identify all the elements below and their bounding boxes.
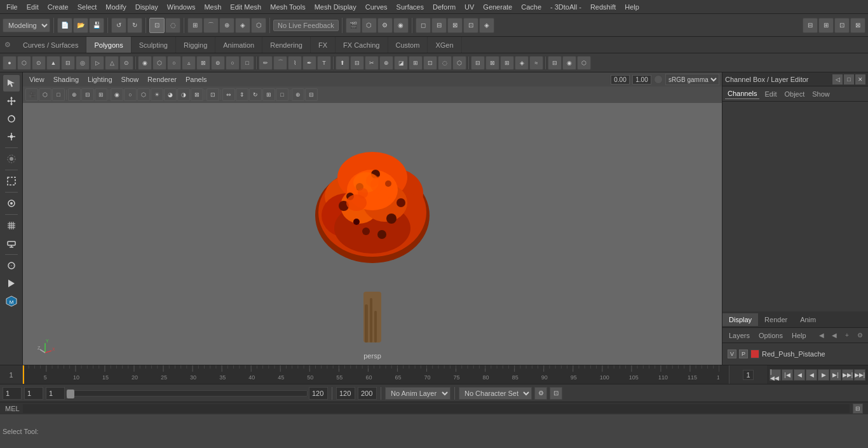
panel-resize-btn[interactable]: ◁ [832,74,843,85]
layout-btn1[interactable]: ⊟ [803,18,818,33]
vpt-sequence-btn[interactable]: ⊟ [305,88,318,101]
tab-settings-icon[interactable]: ⚙ [0,37,15,53]
vpt-pan-btn[interactable]: ⇔ [222,88,235,101]
render-seq-btn[interactable]: ⬡ [362,18,377,33]
menu-mesh-tools[interactable]: Mesh Tools [266,2,309,12]
open-scene-btn[interactable]: 📂 [73,18,88,33]
menu-cache[interactable]: Cache [517,2,545,12]
cylinder-btn[interactable]: ⊙ [32,56,46,70]
menu-create[interactable]: Create [44,2,72,12]
vp-lighting-menu[interactable]: Lighting [84,74,116,85]
plane-btn[interactable]: ⊟ [61,56,75,70]
snap-curve-btn[interactable]: ⌒ [203,18,219,33]
cluster-btn[interactable]: ◈ [515,56,529,70]
ch-tab-channels[interactable]: Channels [725,88,759,99]
vpt-orbit-btn[interactable]: ↻ [249,88,262,101]
vpt-shading-btn[interactable]: ◉ [111,88,123,101]
menu-redshift[interactable]: Redshift [587,2,620,12]
save-scene-btn[interactable]: 💾 [89,18,104,33]
select-btn[interactable]: ⊡ [149,18,165,33]
vp-shading-menu[interactable]: Shading [50,74,83,85]
status-frame-field2[interactable]: 1 [24,387,43,400]
vp-show-menu[interactable]: Show [118,74,143,85]
render-btn[interactable]: 🎬 [346,18,361,33]
layers-menu-help[interactable]: Help [788,330,810,341]
char-set-selector[interactable]: No Character Set [459,387,532,400]
ch-tab-object[interactable]: Object [782,89,807,99]
viewport-inner[interactable]: View Shading Lighting Show Renderer Pane… [23,72,722,365]
vp-renderer-menu[interactable]: Renderer [144,74,180,85]
anim-start-field[interactable]: 120 [336,387,355,400]
ep-curve-btn[interactable]: ⌒ [273,56,287,70]
cone-btn[interactable]: ▲ [46,56,60,70]
status-frame-field1[interactable]: 1 [3,387,22,400]
snap-surface-btn[interactable]: ⬡ [251,18,266,33]
sculpt-btn[interactable] [3,195,20,212]
lasso-select-btn[interactable]: ◌ [165,18,180,33]
panel-close-btn[interactable]: ✕ [855,74,865,85]
layout-btn3[interactable]: ⊡ [834,18,850,33]
render-view-btn[interactable] [3,275,20,292]
sphere-btn[interactable]: ● [3,56,17,70]
layout-btn4[interactable]: ⊠ [850,18,865,33]
menu-help[interactable]: Help [621,2,643,12]
menu-edit-mesh[interactable]: Edit Mesh [226,2,265,12]
vpt-aa-btn[interactable]: ⊠ [191,88,203,101]
show-hide-btn[interactable]: ◻ [416,18,431,33]
menu-deform[interactable]: Deform [429,2,459,12]
ch-tab-edit[interactable]: Edit [762,89,779,99]
bridge-btn[interactable]: ⊟ [350,56,364,70]
menu-curves[interactable]: Curves [362,2,391,12]
prev-frame-btn[interactable]: ◀ [794,369,805,381]
workspace-selector[interactable]: Modeling [3,18,50,32]
animation-slider[interactable] [66,390,308,397]
combine-btn[interactable]: ⊞ [409,56,423,70]
vpt-bookmark-btn[interactable]: ⊕ [292,88,304,101]
multi-cut-btn[interactable]: ✂ [365,56,379,70]
nurbs-torus-btn[interactable]: ⊚ [211,56,225,70]
vpt-ssao-btn[interactable]: ◑ [177,88,190,101]
vpt-texture-btn[interactable]: ⬡ [137,88,150,101]
layer-add-btn[interactable]: + [841,330,853,341]
extrude-btn[interactable]: ⬆ [336,56,349,70]
next-frame-btn[interactable]: ▶| [830,369,841,381]
play-fwd-btn[interactable]: ▶ [818,369,829,381]
rect-select-btn[interactable] [3,173,20,189]
vpt-shadow-btn[interactable]: ◕ [164,88,177,101]
pipe-btn[interactable]: ⊙ [119,56,133,70]
menu-windows[interactable]: Windows [163,2,200,12]
display3-btn[interactable]: ⊡ [463,18,478,33]
tab-animation[interactable]: Animation [215,37,262,53]
status-frame-display[interactable]: 120 [309,387,328,400]
tab-xgen[interactable]: XGen [428,37,461,53]
pencil-btn[interactable]: ✒ [302,56,316,70]
no-live-feedback-btn[interactable]: No Live Feedback [273,20,339,31]
lattice-btn[interactable]: ⊞ [500,56,514,70]
nurbs-cone-btn[interactable]: ▵ [182,56,196,70]
vpt-fit-btn[interactable]: ⊞ [262,88,275,101]
layer-scroll-down-btn[interactable]: ◀ [829,330,840,341]
status-extra-btn[interactable]: ⊡ [550,387,562,400]
anim-layer-selector[interactable]: No Anim Layer [385,387,451,400]
vp-view-menu[interactable]: View [25,74,48,85]
boolean-btn[interactable]: ⊠ [485,56,499,70]
render-settings-btn[interactable]: ⚙ [377,18,393,33]
quick-sel-btn[interactable]: ◈ [479,18,494,33]
nurbs-sphere-btn[interactable]: ◉ [138,56,152,70]
tab-polygons[interactable]: Polygons [86,37,131,53]
next-key-btn[interactable]: ▶▶| [842,369,853,381]
tab-sculpting[interactable]: Sculpting [132,37,176,53]
menu-surfaces[interactable]: Surfaces [393,2,428,12]
layer-row-0[interactable]: V P Red_Push_Pistache [725,346,865,362]
rotate-tool-btn[interactable] [3,111,20,127]
vpt-gate-btn[interactable]: □ [52,88,65,101]
vpt-zoom-btn[interactable]: ⇕ [236,88,248,101]
connect-btn[interactable]: ⊕ [379,56,393,70]
layer-scroll-up-btn[interactable]: ◀ [816,330,827,341]
menu-mesh-display[interactable]: Mesh Display [311,2,360,12]
vpt-isolate-btn[interactable]: ⊡ [207,88,219,101]
select-tool-btn[interactable] [3,75,20,92]
redo-btn[interactable]: ↻ [127,18,142,33]
timeline-ruler[interactable] [23,365,729,384]
mirror-btn[interactable]: ⊟ [471,56,485,70]
